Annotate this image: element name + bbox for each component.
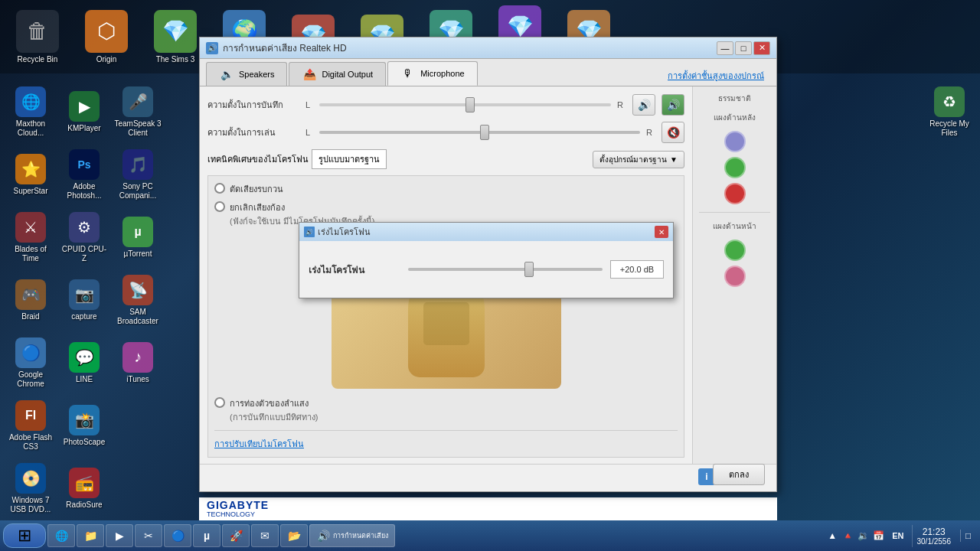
beam-forming-radio[interactable] xyxy=(214,397,225,408)
settings-button[interactable]: ตั้งอุปกรณ์มาตรฐาน ▼ xyxy=(593,151,684,168)
tray-calendar-icon[interactable]: 📅 xyxy=(872,530,884,542)
front-circle-2[interactable] xyxy=(724,266,746,287)
mic-options-section: ตัดเสียงรบกวน ยกเลิกเสียงก้อง (ฟังก์จะใช… xyxy=(207,175,684,458)
boost-slider-thumb[interactable] xyxy=(524,262,534,277)
tray-network-icon[interactable]: 🔺 xyxy=(841,530,854,542)
volume-button[interactable]: 🔊 xyxy=(632,94,655,116)
desktop-icon-cpuz[interactable]: ⚙ CPUID CPU-Z xyxy=(58,207,110,268)
tray-expand-icon[interactable]: ▲ xyxy=(826,530,838,542)
desktop-icon-braid[interactable]: 🎮 Braid xyxy=(5,269,57,331)
desktop-icon-blades[interactable]: ⚔ Blades of Time xyxy=(5,207,57,268)
desktop-icon-kmplayer[interactable]: ▶ KMPlayer xyxy=(58,81,110,142)
top-info-link[interactable]: การตั้งค่าชั้นสูงของงปกรณ์ xyxy=(668,71,764,80)
desktop-icon-superstar[interactable]: ⭐ SuperStar xyxy=(5,144,57,205)
desktop-icon-chrome[interactable]: 🔵 Google Chrome xyxy=(5,332,57,393)
language-indicator[interactable]: EN xyxy=(889,530,906,542)
boost-dialog: 🔊 เร่งไมโครโฟน ✕ เร่งไมโครโฟน +20.0 dB xyxy=(299,222,674,298)
desktop-icon-maxthon[interactable]: 🌐 Maxthon Cloud... xyxy=(5,81,57,142)
start-button[interactable]: ⊞ xyxy=(3,523,46,548)
desktop-icon-recycle-files[interactable]: ♻ Recycle My Files xyxy=(923,81,975,142)
dialog-footer: i ตกลง xyxy=(200,464,776,491)
noise-suppress-label: ตัดเสียงรบกวน xyxy=(230,182,283,196)
taskbar-item-media[interactable]: ▶ xyxy=(106,524,133,547)
tab-speakers[interactable]: 🔈 Speakers xyxy=(206,62,287,86)
taskbar-item-snip[interactable]: ✂ xyxy=(135,524,162,547)
desktop-icon-utorrent[interactable]: µ µTorrent xyxy=(112,207,164,268)
taskbar-item-ie[interactable]: 🌐 xyxy=(47,524,75,547)
playback-l-label: L xyxy=(305,128,310,137)
record-slider[interactable] xyxy=(319,103,611,106)
desktop-icon-line[interactable]: 💬 LINE xyxy=(58,332,110,393)
tab-microphone[interactable]: 🎙 Microphone xyxy=(387,61,477,86)
tab-digital-output[interactable]: 📤 Digital Output xyxy=(289,62,386,86)
clock-date: 30/1/2556 xyxy=(917,537,952,546)
desktop-icon-itunes[interactable]: ♪ iTunes xyxy=(112,332,164,393)
dialog-title-icon: 🔊 xyxy=(206,42,218,54)
front-circle-1[interactable] xyxy=(724,240,746,261)
desktop-icon-win7dvd[interactable]: 📀 Windows 7 USB DVD... xyxy=(5,458,57,519)
back-circle-3[interactable] xyxy=(724,183,746,204)
taskbar-item-dialog[interactable]: 🔊 การกำหนดค่าเสียง xyxy=(309,524,395,547)
taskbar-mail-icon: ✉ xyxy=(258,529,272,543)
mic-tech-row: เทคนิคพิเศษของไมโครโฟน รูปแบบมาตรฐาน ตั้… xyxy=(207,149,684,169)
desktop-icon-photoscape[interactable]: 📸 PhotoScape xyxy=(58,395,110,456)
top-icon-origin[interactable]: ⬡ Origin xyxy=(73,3,140,70)
speakers-tab-icon: 🔈 xyxy=(219,67,234,82)
record-slider-container xyxy=(319,103,611,106)
taskbar-item-explorer[interactable]: 📁 xyxy=(77,524,104,547)
taskbar-chrome-icon: 🔵 xyxy=(171,529,185,543)
boost-content: เร่งไมโครโฟน +20.0 dB xyxy=(299,241,673,298)
taskbar-item-start2[interactable]: 🚀 xyxy=(222,524,250,547)
start-icon: ⊞ xyxy=(18,526,31,546)
desktop-icon-radiosure[interactable]: 📻 RadioSure xyxy=(58,458,110,519)
right-desktop-icons: ♻ Recycle My Files xyxy=(919,77,980,147)
playback-label: ความตั้งในการเล่น xyxy=(207,126,299,139)
record-l-label: L xyxy=(305,100,310,109)
taskbar-item-chrome[interactable]: 🔵 xyxy=(164,524,191,547)
desktop-icon-sam[interactable]: 📡 SAM Broadcaster xyxy=(112,269,164,331)
adjust-mic-link[interactable]: การปรับเทียบไมโครโฟน xyxy=(214,439,304,448)
taskbar-dialog-label: การกำหนดค่าเสียง xyxy=(333,530,388,541)
taskbar-snip-icon: ✂ xyxy=(142,529,155,543)
desktop-icon-flash[interactable]: Fl Adobe Flash CS3 xyxy=(5,395,57,456)
beam-direction-sub: (การบันทึกแบบมีทิศทาง) xyxy=(230,412,318,422)
show-desktop-icon[interactable]: □ xyxy=(960,530,972,542)
taskbar-item-folder2[interactable]: 📂 xyxy=(280,524,308,547)
desktop-icon-teamspeak[interactable]: 🎤 TeamSpeak 3 Client xyxy=(112,81,164,142)
taskbar-ie-icon: 🌐 xyxy=(54,529,68,543)
clock-time: 21:23 xyxy=(923,527,946,537)
default-format-label: รูปแบบมาตรฐาน xyxy=(318,152,380,166)
back-circle-1[interactable] xyxy=(724,131,746,152)
minimize-button[interactable]: — xyxy=(717,41,733,55)
desktop-icon-sonypc[interactable]: 🎵 Sony PC Compani... xyxy=(112,144,164,205)
boost-close-button[interactable]: ✕ xyxy=(655,226,668,238)
boost-value-display: +20.0 dB xyxy=(610,260,664,279)
close-button[interactable]: ✕ xyxy=(753,41,770,55)
desktop-icon-capture[interactable]: 📷 capture xyxy=(58,269,110,331)
echo-cancel-radio[interactable] xyxy=(214,201,225,212)
desktop-icon-photoshop[interactable]: Ps Adobe Photosh... xyxy=(58,144,110,205)
maximize-button[interactable]: □ xyxy=(735,41,752,55)
taskbar-item-mail[interactable]: ✉ xyxy=(251,524,279,547)
beam-forming-text: การท่องตัวของลำแสง (การบันทึกแบบมีทิศทาง… xyxy=(230,396,318,424)
default-format-dropdown[interactable]: รูปแบบมาตรฐาน xyxy=(312,149,387,169)
back-circle-2[interactable] xyxy=(724,157,746,178)
taskbar-right: ▲ 🔺 🔉 📅 EN 21:23 30/1/2556 □ xyxy=(826,525,977,547)
boost-slider[interactable] xyxy=(408,268,603,271)
mute-button[interactable]: 🔇 xyxy=(662,122,684,143)
playback-slider[interactable] xyxy=(319,131,640,134)
boost-title-icon: 🔊 xyxy=(304,227,315,237)
tab-microphone-label: Microphone xyxy=(420,69,464,78)
gigabyte-logo-area: GIGABYTE TECHNOLOGY xyxy=(207,499,269,519)
ok-button[interactable]: ตกลง xyxy=(713,464,765,485)
taskbar: ⊞ 🌐 📁 ▶ ✂ 🔵 µ 🚀 xyxy=(0,520,980,551)
volume-active-button[interactable]: 🔊 xyxy=(662,94,684,116)
top-icon-recycle-bin[interactable]: 🗑 Recycle Bin xyxy=(4,3,71,70)
clock-area[interactable]: 21:23 30/1/2556 xyxy=(912,525,956,547)
noise-suppress-radio[interactable] xyxy=(214,183,225,194)
taskbar-explorer-icon: 📁 xyxy=(83,529,97,543)
tray-volume-icon[interactable]: 🔉 xyxy=(857,530,869,542)
digital-output-tab-icon: 📤 xyxy=(302,67,317,82)
playback-slider-container xyxy=(319,131,640,134)
taskbar-item-utorrent[interactable]: µ xyxy=(193,524,220,547)
